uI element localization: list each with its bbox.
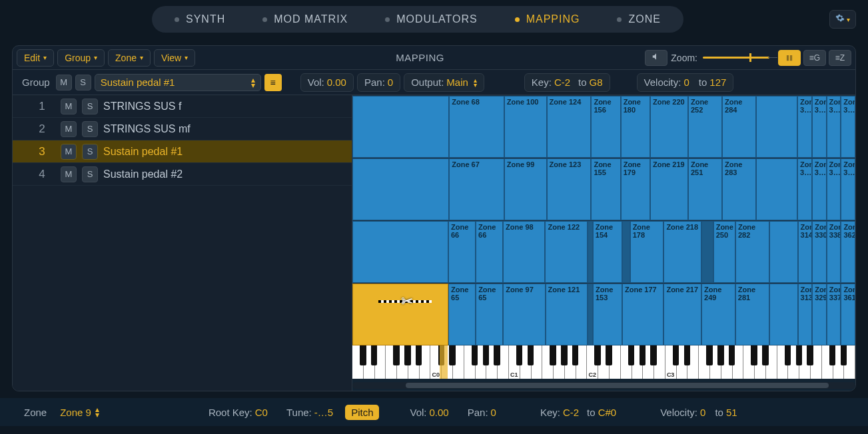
zone-cell[interactable]	[756, 96, 797, 158]
white-key[interactable]	[743, 345, 755, 379]
zone-cell[interactable]: Zone 3…	[812, 96, 827, 158]
stepper-icon[interactable]: ▴▾	[474, 78, 477, 87]
zone-cell[interactable]: Zone 65	[448, 284, 476, 345]
zone-cell[interactable]: Zone 177	[622, 284, 663, 345]
white-key[interactable]	[352, 345, 364, 379]
zone-cell[interactable]: Zone 178	[630, 221, 664, 283]
footer-vol-param[interactable]: Vol: 0.00	[403, 403, 455, 421]
zone-cell[interactable]	[701, 221, 713, 283]
audition-button[interactable]	[645, 50, 667, 66]
zone-cell[interactable]: Zone 252	[688, 96, 722, 158]
tab-mapping[interactable]: MAPPING	[496, 6, 599, 33]
black-key[interactable]	[841, 345, 847, 365]
black-key[interactable]	[360, 345, 366, 365]
black-key[interactable]	[550, 345, 556, 365]
white-key[interactable]	[621, 345, 632, 379]
zone-cell[interactable]: Zone 179	[621, 158, 650, 220]
black-key[interactable]	[785, 345, 791, 365]
zone-cell[interactable]: Zone 123	[547, 158, 592, 220]
zone-cell[interactable]: Zone 220	[650, 96, 688, 158]
black-key[interactable]	[449, 345, 455, 365]
zone-cell[interactable]: Zone 361	[841, 284, 855, 345]
zone-cell[interactable]: Zone 66	[476, 221, 503, 283]
zone-cell[interactable]: Zone 155	[591, 158, 620, 220]
tune-param[interactable]: Tune: -…5	[280, 403, 340, 421]
scrollbar-thumb[interactable]	[406, 383, 829, 388]
black-key[interactable]	[393, 345, 399, 365]
zone-cell[interactable]: Zone 124	[547, 96, 592, 158]
settings-button[interactable]: ▾	[829, 10, 856, 29]
group-row[interactable]: 1MSSTRINGS SUS f	[13, 95, 352, 118]
rootkey-param[interactable]: Root Key: C0	[202, 403, 274, 421]
zone-cell[interactable]: Zone 362	[841, 221, 855, 283]
zone-cell[interactable]: Zone 329	[812, 284, 827, 345]
white-key[interactable]: C2	[587, 345, 598, 379]
footer-velocity-range-param[interactable]: Velocity: 0 to 51	[653, 403, 743, 421]
zone-cell[interactable]: Zone 249	[701, 284, 735, 345]
zone-cell[interactable]: Zone 99	[504, 158, 547, 220]
edit-menu[interactable]: Edit▾	[17, 49, 54, 67]
solo-button[interactable]: S	[82, 166, 98, 182]
zone-cell[interactable]	[352, 158, 449, 220]
mute-button[interactable]: M	[61, 99, 77, 114]
black-key[interactable]	[594, 345, 600, 365]
black-key[interactable]	[438, 345, 444, 365]
black-key[interactable]	[717, 345, 723, 365]
zone-cell[interactable]	[769, 221, 798, 283]
group-row[interactable]: 4MSSustain pedal #2	[13, 163, 352, 186]
black-key[interactable]	[404, 345, 410, 365]
tab-modmatrix[interactable]: MOD MATRIX	[244, 6, 366, 33]
white-key[interactable]: C0	[430, 345, 442, 379]
zone-map[interactable]: Zone 65Zone 65Zone 97Zone 121Zone 153Zon…	[352, 95, 855, 391]
zone-cell[interactable]: Zone 337	[827, 284, 841, 345]
black-key[interactable]	[751, 345, 757, 365]
zone-cell[interactable]: Zone 100	[504, 96, 547, 158]
key-range-param[interactable]: Key: C-2 to G8	[524, 73, 610, 92]
white-key[interactable]	[386, 345, 397, 379]
zone-cell[interactable]	[588, 221, 593, 283]
zone-cell[interactable]: Zone 281	[735, 284, 769, 345]
zone-cell[interactable]: Zone 66	[448, 221, 476, 283]
tab-zone[interactable]: ZONE	[598, 6, 679, 33]
view-mode-groups-button[interactable]: ≡G	[803, 50, 826, 66]
zone-cell[interactable]: Zone 3…	[812, 158, 827, 220]
black-key[interactable]	[516, 345, 522, 365]
solo-button[interactable]: S	[82, 99, 98, 114]
black-key[interactable]	[606, 345, 612, 365]
mute-button[interactable]: M	[61, 166, 77, 182]
zone-cell[interactable]: Zone 283	[722, 158, 756, 220]
vol-param[interactable]: Vol: 0.00	[300, 73, 354, 92]
white-key[interactable]	[464, 345, 476, 379]
zone-cell[interactable]: Zone 282	[735, 221, 769, 283]
zone-cell[interactable]: Zone 313	[798, 284, 813, 345]
view-mode-zonelist-button[interactable]: ≡Z	[829, 50, 851, 66]
zone-cell[interactable]	[352, 284, 448, 345]
black-key[interactable]	[494, 345, 500, 365]
zone-cell[interactable]: Zone 218	[663, 221, 701, 283]
zone-cell[interactable]: Zone 68	[449, 96, 504, 158]
zone-cell[interactable]: Zone 121	[546, 284, 588, 345]
zone-cell[interactable]: Zone 217	[663, 284, 701, 345]
black-key[interactable]	[829, 345, 835, 365]
zone-cell[interactable]: Zone 3…	[797, 158, 812, 220]
zone-cell[interactable]: Zone 3…	[841, 158, 855, 220]
zone-cell[interactable]	[352, 96, 449, 158]
black-key[interactable]	[472, 345, 478, 365]
zone-selector[interactable]: Zone 9 ▴▾	[55, 403, 105, 421]
zone-cell[interactable]	[622, 221, 630, 283]
keyboard[interactable]: C0C1C2C3	[352, 345, 855, 379]
black-key[interactable]	[416, 345, 422, 365]
zone-cell[interactable]: Zone 314	[798, 221, 813, 283]
view-mode-zones-button[interactable]: ⦀⦀	[778, 50, 801, 66]
zone-cell[interactable]	[588, 284, 593, 345]
mute-button[interactable]: M	[61, 144, 77, 160]
zone-cell[interactable]: Zone 3…	[797, 96, 812, 158]
zone-cell[interactable]	[756, 158, 797, 220]
zone-cell[interactable]: Zone 156	[591, 96, 620, 158]
white-key[interactable]	[542, 345, 554, 379]
white-key[interactable]	[777, 345, 789, 379]
group-menu[interactable]: Group▾	[57, 49, 105, 67]
zone-menu[interactable]: Zone▾	[108, 49, 151, 67]
zone-cell[interactable]: Zone 153	[593, 284, 622, 345]
horizontal-scrollbar[interactable]	[352, 382, 855, 389]
